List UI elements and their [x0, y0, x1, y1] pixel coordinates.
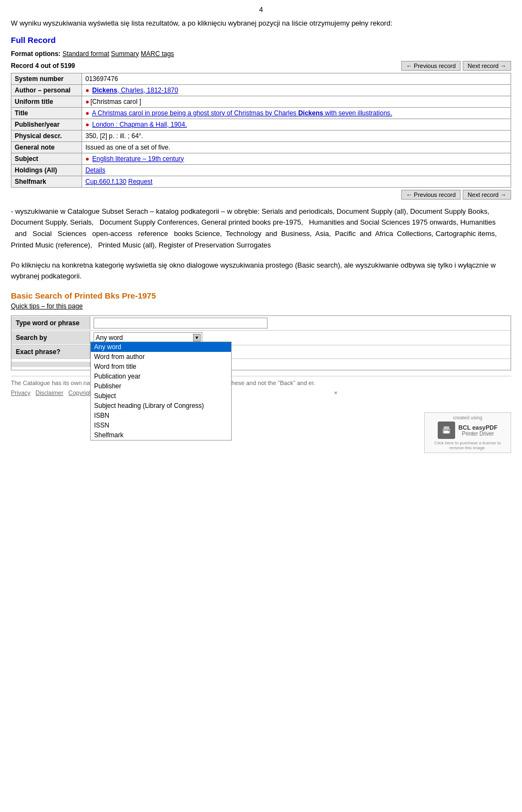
basic-search-title: Basic Search of Printed Bks Pre-1975	[11, 291, 511, 300]
table-row: Publisher/year ● London : Chapman & Hall…	[11, 119, 511, 130]
svg-rect-2	[444, 431, 449, 433]
author-link[interactable]: Dickens, Charles, 1812-1870	[92, 86, 178, 94]
bcl-click[interactable]: Click here to purchase a license to remo…	[429, 441, 506, 450]
summary-link[interactable]: Summary	[111, 50, 139, 58]
publisher-link[interactable]: London : Chapman & Hall, 1904.	[92, 121, 187, 128]
table-row: System number 013697476	[11, 73, 511, 84]
body-text-2: Po kliknięciu na konkretna kategorię wyś…	[11, 260, 511, 283]
exact-phrase-label: Exact phrase?	[11, 345, 90, 358]
table-row: Title ● A Christmas carol in prose being…	[11, 107, 511, 119]
holdings-link[interactable]: Details	[85, 166, 105, 174]
search-by-value: Any word Word from author Word from titl…	[90, 331, 511, 345]
record-nav-top: Record 4 out of 5199 ← Previous record N…	[11, 61, 511, 71]
dropdown-item-title[interactable]: Word from title	[91, 362, 231, 371]
bcl-product: BCL easyPDF	[458, 424, 498, 431]
table-row: General note Issued as one of a set of f…	[11, 141, 511, 153]
dropdown-item-author[interactable]: Word from author	[91, 352, 231, 362]
prev-record-btn-bottom[interactable]: ← Previous record	[401, 190, 461, 200]
table-row: Author – personal ● Dickens, Charles, 18…	[11, 84, 511, 96]
close-x[interactable]: ×	[334, 389, 337, 396]
search-form: Type word or phrase Search by Any word W…	[11, 315, 511, 370]
catalogue-notice: The Catalogue has its own navigation sys…	[11, 376, 511, 386]
footer: Privacy Disclaimer Copyright ISSN	[11, 389, 511, 396]
dropdown-item-shelfmark[interactable]: Shelfmark	[91, 430, 231, 440]
bcl-printer-icon	[438, 422, 455, 439]
type-word-input[interactable]	[94, 318, 268, 328]
dropdown-item-pubyear[interactable]: Publication year	[91, 371, 231, 381]
privacy-link[interactable]: Privacy	[11, 389, 30, 396]
quick-tips-link[interactable]: Quick tips – for this page	[11, 302, 511, 310]
page-number: 4	[11, 5, 511, 14]
table-row: Subject ● English literature – 19th cent…	[11, 153, 511, 164]
dropdown-item-subject-loc[interactable]: Subject heading (Library of Congress)	[91, 401, 231, 411]
dropdown-item-anyword[interactable]: Any word	[91, 342, 231, 352]
next-record-btn-bottom[interactable]: Next record →	[463, 190, 511, 200]
record-count: Record 4 out of 5199	[11, 62, 75, 70]
table-row: Shelfmark Cup.660.f.130 Request	[11, 176, 511, 187]
shelfmark-link[interactable]: Cup.660.f.130	[85, 178, 126, 185]
search-by-label: Search by	[11, 331, 90, 344]
disclaimer-link[interactable]: Disclaimer	[35, 389, 63, 396]
exact-phrase-row: Exact phrase?	[11, 345, 511, 359]
bcl-watermark[interactable]: created using BCL easyPDF Printer Driver…	[424, 412, 511, 453]
full-record-title: Full Record	[11, 35, 511, 45]
title-link[interactable]: A Christmas carol in prose being a ghost…	[92, 109, 392, 117]
dropdown-item-issn[interactable]: ISSN	[91, 420, 231, 430]
search-by-row: Search by Any word Word from author Word…	[11, 331, 511, 345]
body-text-1: - wyszukiwanie w Catalogue Subset Serach…	[11, 206, 511, 251]
subject-link[interactable]: English literature – 19th century	[92, 155, 184, 163]
type-word-row: Type word or phrase	[11, 316, 511, 331]
standard-format-link[interactable]: Standard format	[63, 50, 109, 58]
svg-point-3	[448, 430, 449, 431]
request-link[interactable]: Request	[128, 178, 153, 185]
svg-rect-1	[444, 426, 449, 429]
full-record-section: Full Record Format options: Standard for…	[11, 35, 511, 200]
table-row: Holdings (All) Details	[11, 164, 511, 176]
intro-text: W wyniku wyszukiwania wyświetla się list…	[11, 18, 511, 29]
dropdown-item-publisher[interactable]: Publisher	[91, 381, 231, 391]
record-table: System number 013697476 Author – persona…	[11, 73, 511, 188]
bcl-created: created using	[429, 415, 506, 420]
type-word-value	[90, 316, 511, 330]
record-nav-bottom: ← Previous record Next record →	[11, 190, 511, 200]
prev-record-btn-top[interactable]: ← Previous record	[401, 61, 461, 71]
table-row: Physical descr. 350, [2] p. : ill. ; 64°…	[11, 130, 511, 141]
format-options: Format options: Standard format Summary …	[11, 50, 511, 58]
table-row: Uniform title ●[Christmas carol ]	[11, 96, 511, 107]
marc-link[interactable]: MARC tags	[141, 50, 174, 58]
next-record-btn-top[interactable]: Next record →	[463, 61, 511, 71]
bcl-sub: Printer Driver	[458, 431, 498, 437]
dropdown-item-isbn[interactable]: ISBN	[91, 411, 231, 420]
type-word-label: Type word or phrase	[11, 317, 90, 330]
separator-row	[11, 359, 511, 370]
search-by-dropdown[interactable]: Any word Word from author Word from titl…	[90, 342, 232, 441]
dropdown-item-subject[interactable]: Subject	[91, 391, 231, 401]
